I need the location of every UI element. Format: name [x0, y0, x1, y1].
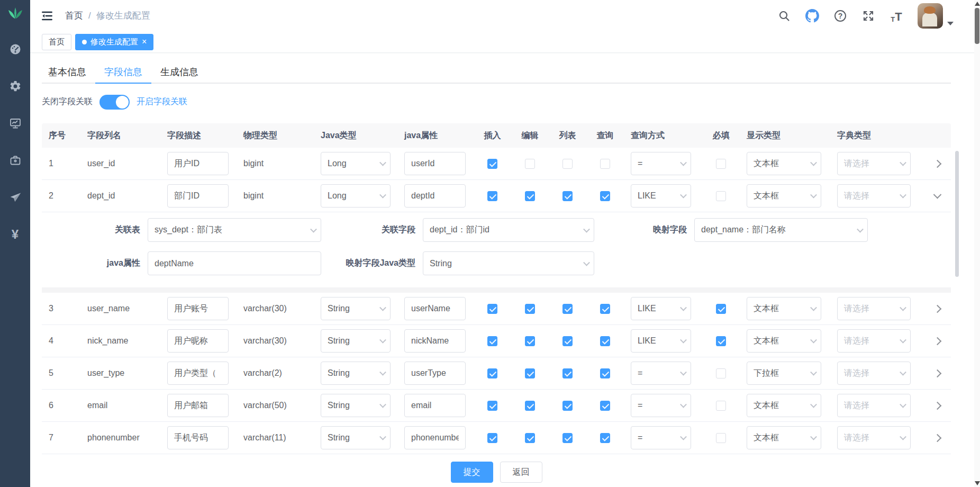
relation-toggle-switch[interactable]: [99, 95, 130, 110]
display-type-select[interactable]: 文本框: [747, 152, 821, 175]
column-desc-input[interactable]: [167, 152, 229, 175]
java-field-input[interactable]: [404, 426, 466, 449]
dict-type-select[interactable]: 请选择: [837, 329, 911, 353]
list-checkbox[interactable]: [562, 159, 573, 169]
expand-row-icon[interactable]: [932, 432, 943, 443]
required-checkbox[interactable]: [716, 336, 726, 346]
scrollbar-down-icon[interactable]: [975, 481, 980, 485]
query-checkbox[interactable]: [600, 336, 610, 346]
breadcrumb-home[interactable]: 首页: [65, 10, 83, 22]
list-checkbox[interactable]: [562, 433, 573, 443]
tag-home[interactable]: 首页: [42, 34, 71, 50]
java-field-input[interactable]: [404, 362, 466, 385]
expand-row-icon[interactable]: [932, 400, 943, 411]
column-desc-input[interactable]: [167, 184, 229, 208]
required-checkbox[interactable]: [716, 191, 726, 201]
expand-row-icon[interactable]: [932, 303, 943, 314]
query-way-select[interactable]: LIKE: [631, 329, 691, 353]
edit-checkbox[interactable]: [525, 401, 535, 411]
insert-checkbox[interactable]: [487, 336, 497, 346]
dashboard-icon[interactable]: [8, 42, 22, 56]
column-desc-input[interactable]: [167, 329, 229, 353]
dict-type-select[interactable]: 请选择: [837, 426, 911, 449]
java-field-input[interactable]: [404, 394, 466, 417]
java-field-input[interactable]: [404, 184, 466, 208]
query-checkbox[interactable]: [600, 433, 610, 443]
currency-yen-icon[interactable]: ¥: [8, 228, 22, 241]
edit-checkbox[interactable]: [525, 336, 535, 346]
java-type-select[interactable]: String: [321, 394, 391, 417]
required-checkbox[interactable]: [716, 159, 726, 169]
mapping-java-type-select[interactable]: String: [423, 251, 594, 275]
dict-type-select[interactable]: 请选择: [837, 297, 911, 320]
list-checkbox[interactable]: [562, 191, 573, 201]
scrollbar-up-icon[interactable]: [975, 2, 980, 6]
column-desc-input[interactable]: [167, 394, 229, 417]
display-type-select[interactable]: 下拉框: [747, 362, 821, 385]
query-checkbox[interactable]: [600, 191, 610, 201]
query-way-select[interactable]: =: [631, 362, 691, 385]
query-way-select[interactable]: =: [631, 152, 691, 175]
required-checkbox[interactable]: [716, 433, 726, 443]
insert-checkbox[interactable]: [487, 159, 497, 169]
display-type-select[interactable]: 文本框: [747, 329, 821, 353]
expand-row-icon[interactable]: [932, 158, 943, 169]
java-type-select[interactable]: String: [321, 297, 391, 320]
java-type-select[interactable]: Long: [321, 184, 391, 208]
relation-table-select[interactable]: sys_dept：部门表: [148, 218, 321, 242]
java-type-select[interactable]: Long: [321, 152, 391, 175]
java-type-select[interactable]: String: [321, 426, 391, 449]
java-field-input[interactable]: [404, 152, 466, 175]
tab-basic-info[interactable]: 基本信息: [42, 60, 95, 84]
insert-checkbox[interactable]: [487, 401, 497, 411]
query-checkbox[interactable]: [600, 401, 610, 411]
dict-type-select[interactable]: 请选择: [837, 184, 911, 208]
insert-checkbox[interactable]: [487, 433, 497, 443]
required-checkbox[interactable]: [716, 368, 726, 378]
submit-button[interactable]: 提交: [451, 462, 493, 483]
mapping-field-select[interactable]: dept_name：部门名称: [694, 218, 868, 242]
edit-checkbox[interactable]: [525, 191, 535, 201]
display-type-select[interactable]: 文本框: [747, 297, 821, 320]
column-desc-input[interactable]: [167, 297, 229, 320]
toolbox-icon[interactable]: [8, 154, 22, 167]
edit-checkbox[interactable]: [525, 159, 535, 169]
dict-type-select[interactable]: 请选择: [837, 362, 911, 385]
column-desc-input[interactable]: [167, 362, 229, 385]
app-logo[interactable]: [5, 5, 25, 25]
query-checkbox[interactable]: [600, 304, 610, 314]
back-button[interactable]: 返回: [500, 462, 542, 483]
expand-row-icon[interactable]: [932, 368, 943, 378]
tab-generate-info[interactable]: 生成信息: [151, 60, 207, 84]
display-type-select[interactable]: 文本框: [747, 394, 821, 417]
tag-close-icon[interactable]: ×: [142, 38, 147, 46]
required-checkbox[interactable]: [716, 401, 726, 411]
avatar[interactable]: [918, 3, 943, 29]
java-type-select[interactable]: String: [321, 329, 391, 353]
java-field-input[interactable]: [404, 297, 466, 320]
required-checkbox[interactable]: [716, 304, 726, 314]
query-checkbox[interactable]: [600, 159, 610, 169]
query-way-select[interactable]: =: [631, 426, 691, 449]
relation-field-select[interactable]: dept_id：部门id: [423, 218, 594, 242]
java-type-select[interactable]: String: [321, 362, 391, 385]
list-checkbox[interactable]: [562, 304, 573, 314]
page-scrollbar[interactable]: [974, 0, 980, 487]
list-checkbox[interactable]: [562, 336, 573, 346]
paper-plane-icon[interactable]: [8, 191, 22, 204]
scrollbar-thumb[interactable]: [975, 8, 979, 44]
settings-gear-icon[interactable]: [8, 79, 22, 93]
tag-current[interactable]: 修改生成配置 ×: [75, 34, 153, 50]
insert-checkbox[interactable]: [487, 368, 497, 378]
github-icon[interactable]: [805, 9, 819, 23]
tab-field-info[interactable]: 字段信息: [95, 60, 151, 84]
list-checkbox[interactable]: [562, 401, 573, 411]
query-way-select[interactable]: =: [631, 394, 691, 417]
query-checkbox[interactable]: [600, 368, 610, 378]
column-desc-input[interactable]: [167, 426, 229, 449]
list-checkbox[interactable]: [562, 368, 573, 378]
insert-checkbox[interactable]: [487, 304, 497, 314]
dict-type-select[interactable]: 请选择: [837, 394, 911, 417]
expand-row-icon[interactable]: [932, 191, 943, 201]
user-menu[interactable]: [918, 3, 954, 29]
